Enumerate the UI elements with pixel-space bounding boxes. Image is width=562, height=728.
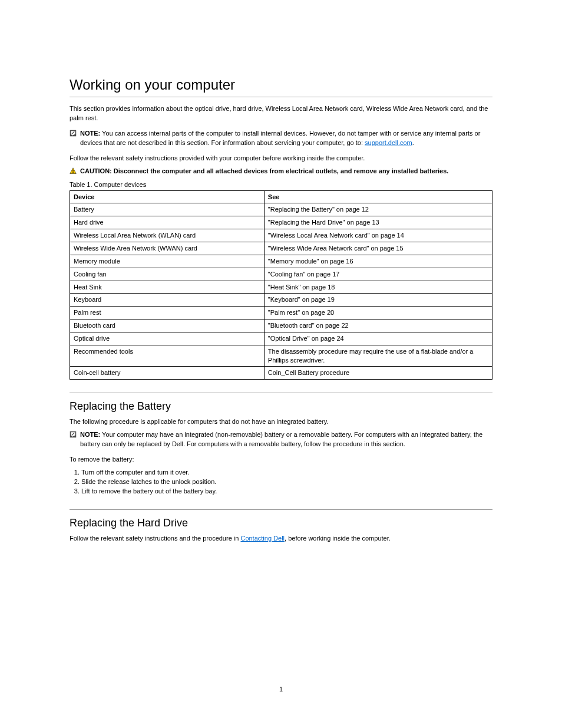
table-row: Coin-cell batteryCoin_Cell Battery proce… <box>70 367 492 380</box>
table-row: Memory module"Memory module" on page 16 <box>70 255 492 268</box>
svg-rect-3 <box>72 172 73 173</box>
note-icon <box>70 130 77 137</box>
section-replacing-battery: Replacing the Battery <box>70 400 492 413</box>
table-row: Hard drive"Replacing the Hard Drive" on … <box>70 216 492 229</box>
col-see: See <box>264 190 492 203</box>
page-footer: 1 <box>0 686 562 693</box>
table-caption: Table 1. Computer devices <box>70 181 492 188</box>
col-device: Device <box>70 190 265 203</box>
caution-label: CAUTION: <box>80 167 112 174</box>
list-item: Turn off the computer and turn it over. <box>81 468 492 477</box>
caution-icon <box>70 167 77 174</box>
note-label: NOTE: <box>80 431 100 438</box>
table-row: Palm rest"Palm rest" on page 20 <box>70 307 492 319</box>
safety-paragraph: Follow the relevant safety instructions … <box>70 154 492 163</box>
list-item: Lift to remove the battery out of the ba… <box>81 487 492 496</box>
svg-rect-2 <box>72 169 73 171</box>
note-label: NOTE: <box>80 130 100 137</box>
page-title: Working on your computer <box>70 77 492 93</box>
table-row: Optical drive"Optical Drive" on page 24 <box>70 332 492 345</box>
table-row: Wireless Local Area Network (WLAN) card"… <box>70 229 492 242</box>
divider <box>70 509 492 510</box>
section-replacing-hard-drive: Replacing the Hard Drive <box>70 517 492 529</box>
remove-battery-lead: To remove the battery: <box>70 455 492 465</box>
contacting-dell-link[interactable]: Contacting Dell <box>240 535 285 542</box>
note-icon <box>70 431 77 438</box>
table-row: Wireless Wide Area Network (WWAN) card"W… <box>70 242 492 255</box>
table-header-row: Device See <box>70 190 492 203</box>
caution-body: Disconnect the computer and all attached… <box>114 167 449 174</box>
divider <box>70 393 492 393</box>
table-row: Recommended toolsThe disassembly procedu… <box>70 345 492 367</box>
list-item: Slide the release latches to the unlock … <box>81 477 492 487</box>
battery-intro: The following procedure is applicable fo… <box>70 417 492 427</box>
table-row: Cooling fan"Cooling fan" on page 17 <box>70 268 492 281</box>
devices-table: Device See Battery"Replacing the Battery… <box>70 190 492 380</box>
table-row: Keyboard"Keyboard" on page 19 <box>70 294 492 307</box>
divider <box>70 97 492 97</box>
note-1: NOTE: You can access internal parts of t… <box>70 129 492 148</box>
support-link[interactable]: support.dell.com <box>365 139 412 146</box>
intro-paragraph: This section provides information about … <box>70 104 492 123</box>
hard-drive-intro: Follow the relevant safety instructions … <box>70 534 492 543</box>
note-body: Your computer may have an integrated (no… <box>80 431 482 447</box>
table-row: Battery"Replacing the Battery" on page 1… <box>70 203 492 216</box>
note-body-before: You can access internal parts of the com… <box>80 130 480 146</box>
note-body-after: . <box>412 139 414 146</box>
caution-1: CAUTION: Disconnect the computer and all… <box>70 167 492 177</box>
note-2: NOTE: Your computer may have an integrat… <box>70 430 492 449</box>
battery-steps: Turn off the computer and turn it over. … <box>70 468 492 496</box>
table-row: Heat Sink"Heat Sink" on page 18 <box>70 281 492 294</box>
table-row: Bluetooth card"Bluetooth card" on page 2… <box>70 319 492 332</box>
